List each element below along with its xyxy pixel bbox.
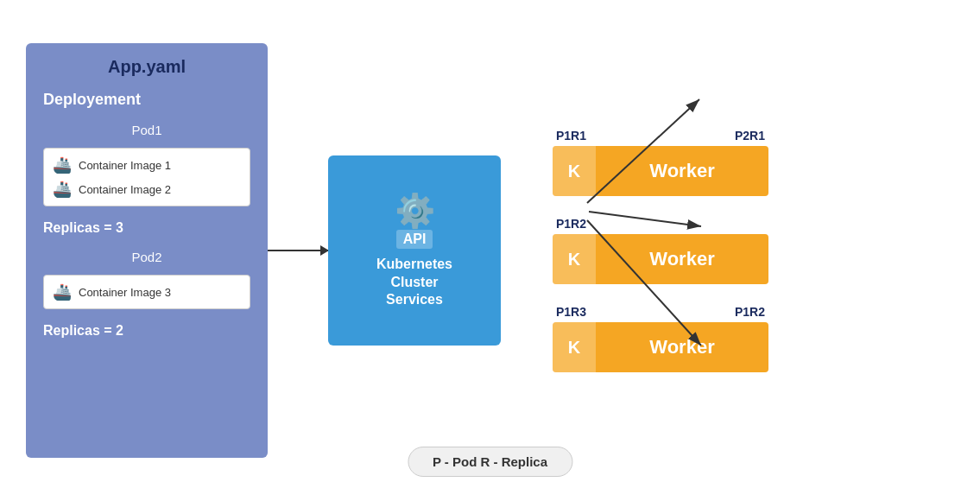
container-label-1: Container Image 1 xyxy=(79,159,171,172)
worker-k-badge-2: K xyxy=(553,234,596,284)
legend-text: P - Pod R - Replica xyxy=(433,454,547,469)
worker-text-2: Worker xyxy=(596,248,768,270)
worker-label-left-2: P1R2 xyxy=(556,217,586,231)
worker-row-1: P1R1 P2R1 K Worker xyxy=(553,129,768,196)
container-icon-1: 🚢 xyxy=(53,155,72,174)
worker-k-badge-1: K xyxy=(553,146,596,196)
replicas2-label: Replicas = 2 xyxy=(43,323,250,339)
worker-k-badge-3: K xyxy=(553,322,596,372)
worker-labels-3: P1R3 P1R2 xyxy=(553,305,768,319)
worker-text-1: Worker xyxy=(596,160,768,182)
worker-row-3: P1R3 P1R2 K Worker xyxy=(553,305,768,372)
container-icon-2: 🚢 xyxy=(53,180,72,199)
app-yaml-title: App.yaml xyxy=(43,57,250,77)
app-yaml-panel: App.yaml Deployement Pod1 🚢 Container Im… xyxy=(26,43,268,458)
worker-box-2: K Worker xyxy=(553,234,768,284)
container-label-3: Container Image 3 xyxy=(79,286,171,299)
legend-box: P - Pod R - Replica xyxy=(408,447,572,477)
k8s-title: KubernetesClusterServices xyxy=(376,256,452,309)
k8s-api-label: API xyxy=(396,230,433,249)
container-item-3: 🚢 Container Image 3 xyxy=(53,282,241,301)
arrow-to-k8s xyxy=(268,250,328,251)
container-item-1: 🚢 Container Image 1 xyxy=(53,155,241,174)
worker-box-1: K Worker xyxy=(553,146,768,196)
gear-icon: ⚙️ xyxy=(395,192,435,230)
diagram-container: App.yaml Deployement Pod1 🚢 Container Im… xyxy=(0,0,980,501)
pod1-container-box: 🚢 Container Image 1 🚢 Container Image 2 xyxy=(43,148,250,206)
worker-label-left-1: P1R1 xyxy=(556,129,586,143)
container-label-2: Container Image 2 xyxy=(79,183,171,196)
arrow-line xyxy=(268,250,328,251)
pod2-container-box: 🚢 Container Image 3 xyxy=(43,275,250,309)
workers-section: P1R1 P2R1 K Worker P1R2 K Worker P1R3 P1… xyxy=(553,129,768,372)
container-item-2: 🚢 Container Image 2 xyxy=(53,180,241,199)
worker-labels-2: P1R2 xyxy=(553,217,768,231)
worker-row-2: P1R2 K Worker xyxy=(553,217,768,284)
pod1-label: Pod1 xyxy=(43,123,250,137)
pod2-label: Pod2 xyxy=(43,250,250,264)
container-icon-3: 🚢 xyxy=(53,282,72,301)
worker-box-3: K Worker xyxy=(553,322,768,372)
deployment-title: Deployement xyxy=(43,91,250,109)
worker-label-right-3: P1R2 xyxy=(735,305,765,319)
replicas1-label: Replicas = 3 xyxy=(43,220,250,236)
k8s-cluster-box: ⚙️ API KubernetesClusterServices xyxy=(328,155,501,346)
worker-label-right-1: P2R1 xyxy=(735,129,765,143)
worker-labels-1: P1R1 P2R1 xyxy=(553,129,768,143)
worker-text-3: Worker xyxy=(596,336,768,358)
worker-label-left-3: P1R3 xyxy=(556,305,586,319)
